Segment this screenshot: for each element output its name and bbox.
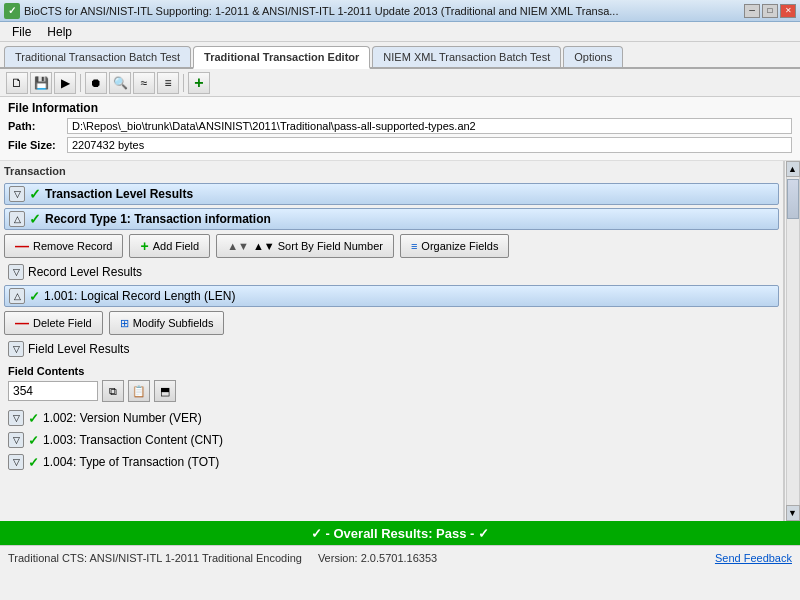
title-bar: ✓ BioCTS for ANSI/NIST-ITL Supporting: 1… — [0, 0, 800, 22]
field-1-001-chevron[interactable]: △ — [9, 288, 25, 304]
footer-version-text: Version: 2.0.5701.16353 — [318, 552, 437, 564]
toolbar-wave-btn[interactable]: ≈ — [133, 72, 155, 94]
transaction-header: Transaction — [4, 165, 779, 180]
field-1-004-check: ✓ — [28, 455, 39, 470]
field-1-004-chevron[interactable]: ▽ — [8, 454, 24, 470]
transaction-level-check: ✓ — [29, 186, 41, 202]
record-level-chevron[interactable]: ▽ — [8, 264, 24, 280]
add-field-label: Add Field — [153, 240, 199, 252]
remove-record-label: Remove Record — [33, 240, 112, 252]
toolbar-save-btn[interactable]: 💾 — [30, 72, 52, 94]
filesize-label: File Size: — [8, 139, 63, 151]
organize-label: Organize Fields — [421, 240, 498, 252]
field-input-row: ⧉ 📋 ⬒ — [8, 380, 775, 402]
record-type-1-item[interactable]: △ ✓ Record Type 1: Transaction informati… — [4, 208, 779, 230]
field-1-001-label: 1.001: Logical Record Length (LEN) — [44, 289, 235, 303]
scroll-up-btn[interactable]: ▲ — [786, 161, 800, 177]
field-1-003-item[interactable]: ▽ ✓ 1.003: Transaction Content (CNT) — [4, 430, 779, 450]
transaction-label: Transaction — [4, 165, 66, 177]
organize-fields-button[interactable]: ≡ Organize Fields — [400, 234, 509, 258]
toolbar-run-btn[interactable]: ▶ — [54, 72, 76, 94]
add-field-icon: + — [140, 238, 148, 254]
delete-field-button[interactable]: — Delete Field — [4, 311, 103, 335]
transaction-level-results-item[interactable]: ▽ ✓ Transaction Level Results — [4, 183, 779, 205]
tab-options[interactable]: Options — [563, 46, 623, 67]
field-contents-label: Field Contents — [8, 365, 775, 377]
tab-niem-batch[interactable]: NIEM XML Transaction Batch Test — [372, 46, 561, 67]
field-1-002-chevron[interactable]: ▽ — [8, 410, 24, 426]
toolbar-add-btn[interactable]: + — [188, 72, 210, 94]
path-label: Path: — [8, 120, 63, 132]
footer: Traditional CTS: ANSI/NIST-ITL 1-2011 Tr… — [0, 545, 800, 569]
footer-left-text: Traditional CTS: ANSI/NIST-ITL 1-2011 Tr… — [8, 552, 302, 564]
status-bar: ✓ - Overall Results: Pass - ✓ — [0, 521, 800, 545]
toolbar: 🗋 💾 ▶ ⏺ 🔍 ≈ ≡ + — [0, 69, 800, 97]
toolbar-grid-btn[interactable]: ≡ — [157, 72, 179, 94]
title-bar-controls: ─ □ ✕ — [744, 4, 796, 18]
menu-help[interactable]: Help — [39, 23, 80, 41]
maximize-button[interactable]: □ — [762, 4, 778, 18]
field-level-results-label: Field Level Results — [28, 342, 129, 356]
toolbar-stop-btn[interactable]: ⏺ — [85, 72, 107, 94]
field-1-003-label: 1.003: Transaction Content (CNT) — [43, 433, 223, 447]
record-type-1-check: ✓ — [29, 211, 41, 227]
field-1-002-label: 1.002: Version Number (VER) — [43, 411, 202, 425]
tab-trad-editor[interactable]: Traditional Transaction Editor — [193, 46, 370, 69]
menu-bar: File Help — [0, 22, 800, 42]
add-field-button[interactable]: + Add Field — [129, 234, 210, 258]
path-row: Path: D:\Repos\_bio\trunk\Data\ANSINIST\… — [8, 118, 792, 134]
organize-icon: ≡ — [411, 240, 417, 252]
menu-file[interactable]: File — [4, 23, 39, 41]
path-value: D:\Repos\_bio\trunk\Data\ANSINIST\2011\T… — [67, 118, 792, 134]
field-1-004-item[interactable]: ▽ ✓ 1.004: Type of Transaction (TOT) — [4, 452, 779, 472]
sort-by-field-number-button[interactable]: ▲▼ ▲▼ Sort By Field Number — [216, 234, 394, 258]
file-info-title: File Information — [8, 101, 792, 115]
delete-field-icon: — — [15, 315, 29, 331]
sort-label: ▲▼ Sort By Field Number — [253, 240, 383, 252]
vertical-scrollbar[interactable]: ▲ ▼ — [784, 161, 800, 521]
field-export-btn[interactable]: ⬒ — [154, 380, 176, 402]
record-level-results-label: Record Level Results — [28, 265, 142, 279]
field-level-results-row: ▽ Field Level Results — [4, 339, 779, 359]
app-icon: ✓ — [4, 3, 20, 19]
scroll-thumb[interactable] — [787, 179, 799, 219]
record-type-1-label: Record Type 1: Transaction information — [45, 212, 271, 226]
send-feedback-link[interactable]: Send Feedback — [715, 552, 792, 564]
field-1-001-check: ✓ — [29, 289, 40, 304]
minimize-button[interactable]: ─ — [744, 4, 760, 18]
scroll-down-btn[interactable]: ▼ — [786, 505, 800, 521]
field-paste-btn[interactable]: 📋 — [128, 380, 150, 402]
filesize-value: 2207432 bytes — [67, 137, 792, 153]
field-1-002-item[interactable]: ▽ ✓ 1.002: Version Number (VER) — [4, 408, 779, 428]
field-action-buttons: — Delete Field ⊞ Modify Subfields — [4, 311, 779, 335]
content-wrapper: Transaction ▽ ✓ Transaction Level Result… — [0, 161, 800, 521]
field-1-001-item[interactable]: △ ✓ 1.001: Logical Record Length (LEN) — [4, 285, 779, 307]
remove-record-icon: — — [15, 238, 29, 254]
modify-icon: ⊞ — [120, 317, 129, 330]
remove-record-button[interactable]: — Remove Record — [4, 234, 123, 258]
field-contents-input[interactable] — [8, 381, 98, 401]
field-copy-btn[interactable]: ⧉ — [102, 380, 124, 402]
field-1-003-check: ✓ — [28, 433, 39, 448]
field-level-chevron[interactable]: ▽ — [8, 341, 24, 357]
field-1-003-chevron[interactable]: ▽ — [8, 432, 24, 448]
toolbar-sep-1 — [80, 74, 81, 92]
filesize-row: File Size: 2207432 bytes — [8, 137, 792, 153]
record-type-1-chevron[interactable]: △ — [9, 211, 25, 227]
record-level-results-row: ▽ Record Level Results — [4, 262, 779, 282]
field-contents-section: Field Contents ⧉ 📋 ⬒ — [4, 363, 779, 404]
field-1-004-label: 1.004: Type of Transaction (TOT) — [43, 455, 219, 469]
sort-icon: ▲▼ — [227, 240, 249, 252]
modify-subfields-label: Modify Subfields — [133, 317, 214, 329]
toolbar-search-btn[interactable]: 🔍 — [109, 72, 131, 94]
close-button[interactable]: ✕ — [780, 4, 796, 18]
modify-subfields-button[interactable]: ⊞ Modify Subfields — [109, 311, 225, 335]
toolbar-new-btn[interactable]: 🗋 — [6, 72, 28, 94]
transaction-level-chevron[interactable]: ▽ — [9, 186, 25, 202]
action-buttons-row: — Remove Record + Add Field ▲▼ ▲▼ Sort B… — [4, 234, 779, 258]
tab-trad-batch[interactable]: Traditional Transaction Batch Test — [4, 46, 191, 67]
tab-bar: Traditional Transaction Batch Test Tradi… — [0, 42, 800, 69]
delete-field-label: Delete Field — [33, 317, 92, 329]
field-1-002-check: ✓ — [28, 411, 39, 426]
transaction-level-label: Transaction Level Results — [45, 187, 193, 201]
